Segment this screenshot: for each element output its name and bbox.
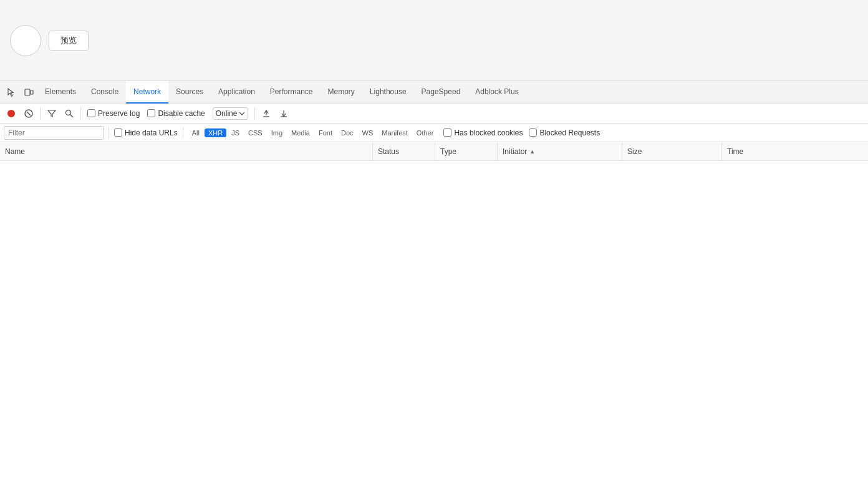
svg-point-5	[66, 110, 71, 115]
column-header-time[interactable]: Time	[722, 142, 868, 160]
table-body	[0, 161, 868, 494]
devtools-tab-bar: Elements Console Network Sources Applica…	[0, 81, 868, 104]
svg-line-6	[70, 114, 74, 117]
search-icon[interactable]	[62, 106, 77, 121]
import-har-button[interactable]	[259, 106, 274, 121]
filter-type-buttons: All XHR JS CSS Img Media Font Doc WS Man…	[188, 128, 438, 137]
preview-button[interactable]: 预览	[49, 31, 89, 51]
tab-adblock[interactable]: Adblock Plus	[468, 81, 526, 104]
browser-top: 预览	[0, 0, 868, 81]
filter-input[interactable]	[8, 128, 99, 137]
export-har-button[interactable]	[276, 106, 291, 121]
network-filter-bar: Hide data URLs All XHR JS CSS Img Media …	[0, 124, 868, 142]
tab-lighthouse[interactable]: Lighthouse	[362, 81, 414, 104]
preserve-log-checkbox[interactable]	[87, 109, 95, 117]
tab-sources[interactable]: Sources	[168, 81, 211, 104]
toolbar-separator-2	[80, 107, 81, 120]
blocked-requests-label[interactable]: Blocked Requests	[529, 128, 600, 137]
hide-data-urls-text: Hide data URLs	[125, 128, 178, 137]
initiator-label: Initiator	[503, 147, 527, 156]
filter-ws[interactable]: WS	[359, 128, 377, 137]
inspect-element-icon[interactable]	[2, 84, 20, 101]
clear-button[interactable]	[21, 106, 36, 121]
disable-cache-label: Disable cache	[158, 109, 205, 118]
disable-cache-checkbox-label[interactable]: Disable cache	[145, 109, 207, 118]
tab-elements[interactable]: Elements	[37, 81, 84, 104]
svg-line-4	[27, 112, 31, 115]
toolbar-separator-3	[254, 107, 255, 120]
blocked-requests-checkbox[interactable]	[529, 128, 537, 137]
column-header-name[interactable]: Name	[0, 142, 373, 160]
toolbar-separator-1	[40, 107, 41, 120]
filter-doc[interactable]: Doc	[337, 128, 357, 137]
chevron-down-icon	[239, 112, 245, 115]
tab-pagespeed[interactable]: PageSpeed	[414, 81, 468, 104]
preserve-log-checkbox-label[interactable]: Preserve log	[85, 109, 142, 118]
has-blocked-cookies-text: Has blocked cookies	[454, 128, 523, 137]
table-header: Name Status Type Initiator ▲ Size Time	[0, 142, 868, 161]
filter-xhr[interactable]: XHR	[205, 128, 226, 137]
avatar	[10, 25, 41, 56]
hide-data-urls-label[interactable]: Hide data URLs	[114, 128, 178, 137]
record-button[interactable]	[4, 106, 19, 121]
network-toolbar: Preserve log Disable cache Online	[0, 104, 868, 124]
column-header-size[interactable]: Size	[622, 142, 722, 160]
online-label: Online	[216, 109, 238, 118]
filter-js[interactable]: JS	[228, 128, 243, 137]
preserve-log-label: Preserve log	[98, 109, 140, 118]
tab-memory[interactable]: Memory	[321, 81, 362, 104]
sort-arrow-icon: ▲	[529, 148, 535, 155]
has-blocked-cookies-checkbox[interactable]	[443, 128, 451, 137]
filter-all[interactable]: All	[188, 128, 203, 137]
network-table: Name Status Type Initiator ▲ Size Time	[0, 142, 868, 494]
filter-separator	[109, 127, 109, 138]
filter-media[interactable]: Media	[287, 128, 314, 137]
disable-cache-checkbox[interactable]	[147, 109, 155, 117]
column-header-status[interactable]: Status	[373, 142, 435, 160]
filter-separator-2	[183, 127, 183, 138]
svg-point-2	[7, 110, 15, 117]
has-blocked-cookies-label[interactable]: Has blocked cookies	[443, 128, 523, 137]
tab-performance[interactable]: Performance	[263, 81, 321, 104]
filter-input-wrapper	[4, 126, 104, 140]
blocked-requests-text: Blocked Requests	[539, 128, 600, 137]
filter-img[interactable]: Img	[268, 128, 286, 137]
tab-console[interactable]: Console	[84, 81, 126, 104]
hide-data-urls-checkbox[interactable]	[114, 128, 122, 137]
filter-icon[interactable]	[44, 106, 59, 121]
device-toggle-icon[interactable]	[20, 84, 37, 101]
filter-other[interactable]: Other	[413, 128, 438, 137]
tab-network[interactable]: Network	[126, 81, 168, 104]
svg-rect-0	[25, 89, 30, 95]
devtools-panel: Elements Console Network Sources Applica…	[0, 81, 868, 494]
tab-application[interactable]: Application	[211, 81, 263, 104]
throttle-select[interactable]: Online	[213, 107, 249, 120]
filter-font[interactable]: Font	[315, 128, 336, 137]
column-header-initiator[interactable]: Initiator ▲	[498, 142, 622, 160]
svg-rect-1	[31, 90, 33, 94]
column-header-type[interactable]: Type	[435, 142, 498, 160]
filter-css[interactable]: CSS	[244, 128, 266, 137]
filter-manifest[interactable]: Manifest	[378, 128, 412, 137]
